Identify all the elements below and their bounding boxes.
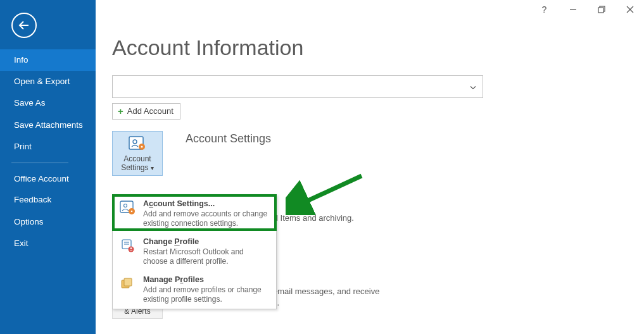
backstage-sidebar: Info Open & Export Save As Save Attachme… xyxy=(0,0,96,334)
profile-icon xyxy=(119,237,137,254)
sidebar-item-info[interactable]: Info xyxy=(0,49,96,71)
page-title: Account Information xyxy=(112,35,644,60)
help-button[interactable]: ? xyxy=(530,1,559,18)
chevron-down-icon xyxy=(470,82,476,92)
sidebar-separator xyxy=(11,163,68,163)
sidebar-item-exit[interactable]: Exit xyxy=(0,233,96,254)
add-account-label: Add Account xyxy=(127,106,174,116)
annotation-arrow-icon xyxy=(286,171,368,215)
section-heading: Account Settings xyxy=(186,132,271,145)
account-settings-tile[interactable]: Account Settings ▾ xyxy=(112,131,163,176)
sidebar-item-options[interactable]: Options xyxy=(0,211,96,233)
back-button[interactable] xyxy=(11,13,37,38)
svg-point-13 xyxy=(131,211,133,213)
add-account-button[interactable]: + Add Account xyxy=(112,103,180,120)
svg-point-17 xyxy=(129,247,134,252)
chevron-down-icon: ▾ xyxy=(151,164,154,171)
back-arrow-icon xyxy=(17,18,31,32)
sidebar-item-save-as[interactable]: Save As xyxy=(0,92,96,114)
account-selector[interactable] xyxy=(112,75,483,98)
svg-line-22 xyxy=(297,176,362,206)
minimize-icon xyxy=(569,6,577,13)
plus-icon: + xyxy=(118,106,123,116)
minimize-button[interactable] xyxy=(559,1,587,18)
close-icon xyxy=(626,6,634,13)
main-panel: Account Information + Add Account Accoun… xyxy=(96,0,644,334)
close-button[interactable] xyxy=(616,1,644,18)
svg-rect-2 xyxy=(598,8,603,13)
restore-button[interactable] xyxy=(587,1,616,18)
menu-item-manage-profiles[interactable]: Manage Profiles Add and remove profiles … xyxy=(113,271,276,309)
profiles-icon xyxy=(119,275,137,292)
restore-icon xyxy=(598,6,605,13)
account-settings-icon xyxy=(128,135,147,152)
sidebar-item-print[interactable]: Print xyxy=(0,136,96,158)
account-settings-section: Account Settings ▾ Account Settings lbox… xyxy=(112,131,644,176)
sidebar-item-save-attachments[interactable]: Save Attachments xyxy=(0,114,96,136)
menu-item-account-settings[interactable]: Account Settings... Add and remove accou… xyxy=(113,195,276,233)
menu-item-change-profile[interactable]: Change Profile Restart Microsoft Outlook… xyxy=(113,233,276,271)
svg-point-9 xyxy=(141,146,143,148)
window-controls: ? xyxy=(530,0,644,19)
svg-point-18 xyxy=(130,247,132,249)
sidebar-item-open-export[interactable]: Open & Export xyxy=(0,71,96,92)
sidebar-item-feedback[interactable]: Feedback xyxy=(0,189,96,211)
sidebar-item-office-account[interactable]: Office Account xyxy=(0,168,96,190)
svg-rect-20 xyxy=(124,278,132,286)
account-settings-menu: Account Settings... Add and remove accou… xyxy=(112,194,277,309)
account-settings-icon xyxy=(119,199,137,216)
